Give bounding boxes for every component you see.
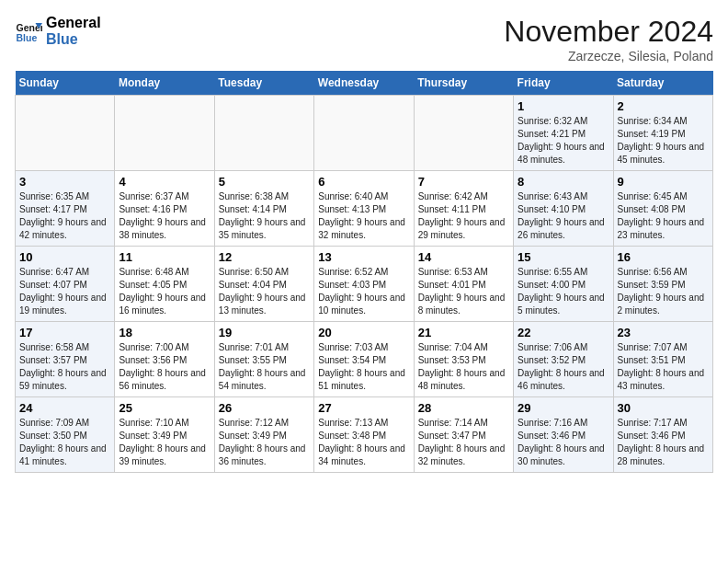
day-number: 13 — [318, 250, 409, 264]
col-header-thursday: Thursday — [414, 71, 513, 96]
calendar-day-3: 3Sunrise: 6:35 AM Sunset: 4:17 PM Daylig… — [16, 171, 115, 247]
logo: General Blue General Blue — [15, 15, 101, 47]
calendar-table: SundayMondayTuesdayWednesdayThursdayFrid… — [15, 71, 713, 473]
calendar-day-4: 4Sunrise: 6:37 AM Sunset: 4:16 PM Daylig… — [115, 171, 214, 247]
day-number: 16 — [618, 250, 709, 264]
day-info: Sunrise: 6:48 AM Sunset: 4:05 PM Dayligh… — [119, 266, 210, 317]
day-number: 20 — [318, 326, 409, 339]
logo-icon: General Blue — [15, 17, 42, 45]
day-number: 22 — [518, 326, 609, 339]
logo-blue: Blue — [46, 31, 101, 48]
day-info: Sunrise: 6:56 AM Sunset: 3:59 PM Dayligh… — [618, 266, 709, 317]
calendar-day-empty — [16, 96, 115, 171]
day-info: Sunrise: 7:04 AM Sunset: 3:53 PM Dayligh… — [418, 341, 509, 393]
location-subtitle: Zarzecze, Silesia, Poland — [504, 49, 713, 63]
day-number: 3 — [19, 175, 110, 189]
day-info: Sunrise: 6:58 AM Sunset: 3:57 PM Dayligh… — [19, 341, 110, 393]
page-header: General Blue General Blue November 2024 … — [15, 15, 713, 63]
day-number: 7 — [418, 175, 509, 189]
day-info: Sunrise: 7:06 AM Sunset: 3:52 PM Dayligh… — [518, 341, 609, 393]
day-number: 11 — [119, 250, 210, 264]
svg-text:Blue: Blue — [17, 31, 38, 42]
calendar-day-empty — [214, 96, 313, 171]
day-info: Sunrise: 6:52 AM Sunset: 4:03 PM Dayligh… — [318, 266, 409, 317]
calendar-day-21: 21Sunrise: 7:04 AM Sunset: 3:53 PM Dayli… — [414, 322, 513, 397]
calendar-header-row: SundayMondayTuesdayWednesdayThursdayFrid… — [16, 71, 713, 96]
calendar-day-6: 6Sunrise: 6:40 AM Sunset: 4:13 PM Daylig… — [314, 171, 414, 247]
day-number: 10 — [19, 250, 110, 264]
calendar-day-15: 15Sunrise: 6:55 AM Sunset: 4:00 PM Dayli… — [514, 247, 613, 322]
day-info: Sunrise: 6:35 AM Sunset: 4:17 PM Dayligh… — [19, 190, 110, 242]
day-info: Sunrise: 7:10 AM Sunset: 3:49 PM Dayligh… — [119, 417, 210, 468]
day-number: 18 — [119, 326, 210, 339]
calendar-day-26: 26Sunrise: 7:12 AM Sunset: 3:49 PM Dayli… — [214, 397, 313, 473]
calendar-day-8: 8Sunrise: 6:43 AM Sunset: 4:10 PM Daylig… — [514, 171, 613, 247]
calendar-day-25: 25Sunrise: 7:10 AM Sunset: 3:49 PM Dayli… — [115, 397, 214, 473]
day-number: 24 — [19, 401, 110, 415]
col-header-saturday: Saturday — [613, 71, 712, 96]
col-header-monday: Monday — [115, 71, 214, 96]
day-info: Sunrise: 6:32 AM Sunset: 4:21 PM Dayligh… — [518, 115, 609, 167]
day-number: 25 — [119, 401, 210, 415]
calendar-day-empty — [414, 96, 513, 171]
day-info: Sunrise: 7:09 AM Sunset: 3:50 PM Dayligh… — [19, 417, 110, 468]
day-number: 5 — [219, 175, 310, 189]
day-info: Sunrise: 6:45 AM Sunset: 4:08 PM Dayligh… — [618, 190, 709, 242]
day-number: 30 — [618, 401, 709, 415]
calendar-day-2: 2Sunrise: 6:34 AM Sunset: 4:19 PM Daylig… — [613, 96, 712, 171]
day-info: Sunrise: 7:12 AM Sunset: 3:49 PM Dayligh… — [219, 417, 310, 468]
calendar-day-23: 23Sunrise: 7:07 AM Sunset: 3:51 PM Dayli… — [613, 322, 712, 397]
day-info: Sunrise: 7:01 AM Sunset: 3:55 PM Dayligh… — [219, 341, 310, 393]
calendar-day-24: 24Sunrise: 7:09 AM Sunset: 3:50 PM Dayli… — [16, 397, 115, 473]
day-info: Sunrise: 6:50 AM Sunset: 4:04 PM Dayligh… — [219, 266, 310, 317]
day-number: 6 — [318, 175, 409, 189]
day-number: 23 — [618, 326, 709, 339]
calendar-day-10: 10Sunrise: 6:47 AM Sunset: 4:07 PM Dayli… — [16, 247, 115, 322]
day-info: Sunrise: 6:53 AM Sunset: 4:01 PM Dayligh… — [418, 266, 509, 317]
calendar-day-13: 13Sunrise: 6:52 AM Sunset: 4:03 PM Dayli… — [314, 247, 414, 322]
calendar-day-18: 18Sunrise: 7:00 AM Sunset: 3:56 PM Dayli… — [115, 322, 214, 397]
day-info: Sunrise: 6:47 AM Sunset: 4:07 PM Dayligh… — [19, 266, 110, 317]
day-number: 26 — [219, 401, 310, 415]
day-info: Sunrise: 7:14 AM Sunset: 3:47 PM Dayligh… — [418, 417, 509, 468]
calendar-day-17: 17Sunrise: 6:58 AM Sunset: 3:57 PM Dayli… — [16, 322, 115, 397]
calendar-day-7: 7Sunrise: 6:42 AM Sunset: 4:11 PM Daylig… — [414, 171, 513, 247]
day-number: 17 — [19, 326, 110, 339]
logo-general: General — [46, 15, 101, 31]
day-info: Sunrise: 6:34 AM Sunset: 4:19 PM Dayligh… — [618, 115, 709, 167]
title-block: November 2024 Zarzecze, Silesia, Poland — [504, 15, 713, 63]
calendar-week-2: 3Sunrise: 6:35 AM Sunset: 4:17 PM Daylig… — [16, 171, 713, 247]
calendar-day-22: 22Sunrise: 7:06 AM Sunset: 3:52 PM Dayli… — [514, 322, 613, 397]
day-number: 2 — [618, 99, 709, 113]
day-number: 27 — [318, 401, 409, 415]
day-info: Sunrise: 6:40 AM Sunset: 4:13 PM Dayligh… — [318, 190, 409, 242]
day-info: Sunrise: 7:00 AM Sunset: 3:56 PM Dayligh… — [119, 341, 210, 393]
day-number: 4 — [119, 175, 210, 189]
day-number: 14 — [418, 250, 509, 264]
calendar-day-28: 28Sunrise: 7:14 AM Sunset: 3:47 PM Dayli… — [414, 397, 513, 473]
day-info: Sunrise: 7:07 AM Sunset: 3:51 PM Dayligh… — [618, 341, 709, 393]
day-number: 15 — [518, 250, 609, 264]
calendar-day-20: 20Sunrise: 7:03 AM Sunset: 3:54 PM Dayli… — [314, 322, 414, 397]
day-number: 9 — [618, 175, 709, 189]
day-info: Sunrise: 6:42 AM Sunset: 4:11 PM Dayligh… — [418, 190, 509, 242]
calendar-day-empty — [314, 96, 414, 171]
calendar-day-9: 9Sunrise: 6:45 AM Sunset: 4:08 PM Daylig… — [613, 171, 712, 247]
calendar-week-4: 17Sunrise: 6:58 AM Sunset: 3:57 PM Dayli… — [16, 322, 713, 397]
day-info: Sunrise: 7:16 AM Sunset: 3:46 PM Dayligh… — [518, 417, 609, 468]
day-info: Sunrise: 7:13 AM Sunset: 3:48 PM Dayligh… — [318, 417, 409, 468]
calendar-day-empty — [115, 96, 214, 171]
col-header-sunday: Sunday — [16, 71, 115, 96]
calendar-day-1: 1Sunrise: 6:32 AM Sunset: 4:21 PM Daylig… — [514, 96, 613, 171]
day-info: Sunrise: 6:38 AM Sunset: 4:14 PM Dayligh… — [219, 190, 310, 242]
calendar-day-5: 5Sunrise: 6:38 AM Sunset: 4:14 PM Daylig… — [214, 171, 313, 247]
day-number: 8 — [518, 175, 609, 189]
day-number: 21 — [418, 326, 509, 339]
day-info: Sunrise: 7:17 AM Sunset: 3:46 PM Dayligh… — [618, 417, 709, 468]
calendar-day-27: 27Sunrise: 7:13 AM Sunset: 3:48 PM Dayli… — [314, 397, 414, 473]
calendar-day-29: 29Sunrise: 7:16 AM Sunset: 3:46 PM Dayli… — [514, 397, 613, 473]
calendar-day-19: 19Sunrise: 7:01 AM Sunset: 3:55 PM Dayli… — [214, 322, 313, 397]
calendar-week-1: 1Sunrise: 6:32 AM Sunset: 4:21 PM Daylig… — [16, 96, 713, 171]
calendar-week-5: 24Sunrise: 7:09 AM Sunset: 3:50 PM Dayli… — [16, 397, 713, 473]
day-info: Sunrise: 6:43 AM Sunset: 4:10 PM Dayligh… — [518, 190, 609, 242]
